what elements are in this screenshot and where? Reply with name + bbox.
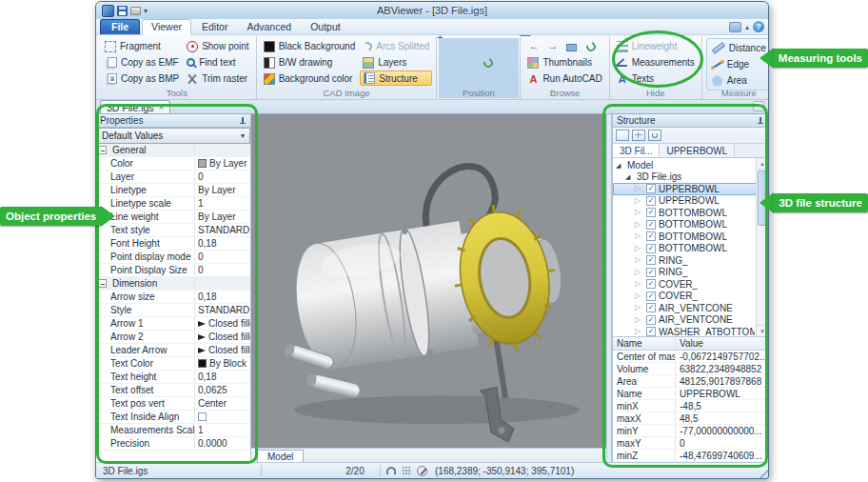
zoom-window-icon <box>483 42 492 50</box>
compass-icon[interactable] <box>417 466 427 476</box>
screenshot: ▾ ABViewer - [3D File.igs] File Viewer E… <box>0 0 868 482</box>
tab-file[interactable]: File <box>100 19 140 34</box>
callout-label: 3D file structure <box>773 193 868 212</box>
fragment-icon <box>105 41 116 52</box>
distance-icon <box>712 42 725 54</box>
find-text-button[interactable]: Find text <box>184 54 251 70</box>
status-coordinates: (168,2389; -350,9143; 395,7101) <box>435 466 574 476</box>
copy-emf-icon <box>108 57 117 68</box>
forward-arrow-icon: → <box>547 41 558 51</box>
quick-access-toolbar: ▾ <box>102 5 148 17</box>
find-text-icon <box>187 58 195 67</box>
zoom-window-button[interactable] <box>479 39 497 54</box>
callout-arrow-left-icon <box>760 48 774 69</box>
thumbnails-button[interactable]: Thumbnails <box>524 54 604 70</box>
divider <box>380 465 381 476</box>
qat-dropdown-caret-icon[interactable]: ▾ <box>144 7 148 15</box>
annotation-box-structure <box>602 104 768 468</box>
group-label-hide: Hide <box>610 88 701 98</box>
callout-arrow-right-icon <box>101 206 115 227</box>
callout-arrow-left-icon <box>760 192 774 213</box>
refresh-button[interactable] <box>582 39 600 54</box>
callout-label: Object properties <box>0 207 102 226</box>
structure-icon <box>364 72 375 84</box>
annotation-box-properties <box>96 104 258 464</box>
fragment-button[interactable]: Fragment <box>102 38 182 54</box>
area-icon <box>712 75 723 86</box>
copy-as-emf-button[interactable]: Copy as EMF <box>102 54 182 70</box>
style-switcher-icon[interactable] <box>729 22 741 32</box>
edge-icon <box>712 60 722 68</box>
home-view-button[interactable] <box>562 39 581 54</box>
back-button[interactable]: ← <box>524 39 542 54</box>
black-background-icon <box>264 41 275 52</box>
group-label-cad-image: CAD Image <box>257 88 437 98</box>
background-color-button[interactable]: Background color <box>261 70 359 87</box>
title-bar: ▾ ABViewer - [3D File.igs] <box>96 2 768 19</box>
show-point-icon <box>187 41 198 52</box>
ribbon-group-tools: Fragment Copy as EMF Copy as BMP Show po… <box>98 36 257 99</box>
callout-label: Measuring tools <box>773 49 868 68</box>
status-page-indicator: 2/20 <box>336 466 374 476</box>
layers-button[interactable]: Layers <box>360 54 432 70</box>
copy-as-bmp-button[interactable]: Copy as BMP <box>102 70 182 87</box>
run-autocad-button[interactable]: ARun AutoCAD <box>524 70 604 87</box>
window-title: ABViewer - [3D File.igs] <box>96 5 768 16</box>
print-icon[interactable] <box>130 7 141 15</box>
trim-raster-button[interactable]: Trim raster <box>184 70 251 87</box>
tab-viewer[interactable]: Viewer <box>142 19 191 35</box>
status-file-name: 3D File.igs <box>103 466 255 476</box>
callout-measuring-tools: Measuring tools <box>760 48 868 69</box>
ribbon-corner-controls: ▴ ? <box>729 21 764 34</box>
autocad-icon: A <box>527 73 539 85</box>
status-icons <box>386 466 427 476</box>
divider <box>261 465 262 476</box>
home-icon <box>566 44 577 51</box>
trim-raster-icon <box>187 73 198 85</box>
arcs-splitted-button[interactable]: Arcs Splitted <box>360 38 432 54</box>
snap-icon[interactable] <box>386 467 396 474</box>
callout-3d-file-structure: 3D file structure <box>760 192 868 213</box>
layers-icon <box>363 57 374 69</box>
3d-viewport[interactable] <box>251 114 606 448</box>
forward-button[interactable]: → <box>543 39 562 54</box>
tab-editor[interactable]: Editor <box>193 20 236 34</box>
bw-drawing-icon <box>264 57 275 69</box>
refresh-icon <box>584 40 598 53</box>
help-icon[interactable]: ? <box>753 21 764 32</box>
bw-drawing-button[interactable]: B/W drawing <box>261 54 359 70</box>
thumbnails-icon <box>527 57 539 69</box>
model-tab-strip: Model <box>251 448 606 462</box>
arcs-splitted-icon <box>362 40 374 52</box>
3d-model-rendering <box>251 114 606 448</box>
group-label-measure: Measure <box>702 88 768 98</box>
ribbon-group-measure: Distance Edge Area Measure <box>702 36 768 99</box>
measure-area-button[interactable]: Area <box>709 72 768 89</box>
structure-toggle-button[interactable]: Structure <box>360 70 432 86</box>
group-label-position: Position <box>437 88 520 98</box>
group-label-browse: Browse <box>521 88 608 98</box>
ribbon-group-browse: ← → Thumbnails ARun AutoCAD Browse <box>521 36 609 99</box>
background-color-icon <box>264 73 275 85</box>
copy-bmp-icon <box>108 73 117 84</box>
ribbon-group-cad-image: Black Background B/W drawing Background … <box>257 36 438 99</box>
app-icon[interactable] <box>102 5 114 17</box>
ribbon-group-position: ▾ ▾ Position <box>437 36 521 99</box>
black-background-button[interactable]: Black Background <box>261 38 359 54</box>
save-icon[interactable] <box>117 6 128 16</box>
show-point-button[interactable]: Show point <box>184 38 251 54</box>
back-arrow-icon: ← <box>528 41 539 51</box>
collapse-ribbon-icon[interactable]: ▴ <box>745 23 749 31</box>
grid-icon[interactable] <box>402 466 411 475</box>
viewport-column: Model <box>251 114 606 462</box>
annotation-circle-measure <box>612 30 703 88</box>
callout-object-properties: Object properties <box>0 206 115 227</box>
group-label-tools: Tools <box>98 88 256 98</box>
tab-advanced[interactable]: Advanced <box>238 20 300 34</box>
model-tab[interactable]: Model <box>257 450 304 462</box>
tab-output[interactable]: Output <box>302 20 349 34</box>
